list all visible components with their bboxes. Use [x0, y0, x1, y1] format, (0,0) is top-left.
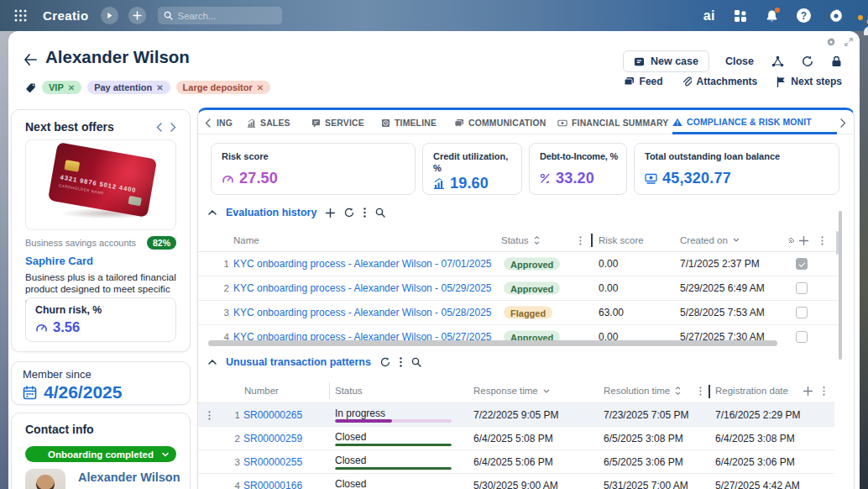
add-record-icon[interactable]	[326, 208, 335, 218]
kebab-menu-icon[interactable]	[400, 357, 402, 367]
add-column-icon[interactable]	[799, 236, 808, 245]
record-link[interactable]: KYC onboarding process - Alexander Wilso…	[233, 282, 492, 294]
copilot-ai-icon[interactable]: ai	[703, 8, 715, 24]
search-icon[interactable]	[411, 357, 421, 367]
column-status[interactable]: Status	[501, 235, 540, 245]
frozen-column-divider	[709, 385, 710, 398]
tag-vip[interactable]: VIP✕	[42, 81, 81, 94]
back-button[interactable]	[24, 54, 37, 66]
process-icon[interactable]	[771, 55, 784, 67]
remove-tag-icon[interactable]: ✕	[156, 83, 163, 92]
horizontal-scrollbar[interactable]	[208, 340, 777, 346]
refresh-icon[interactable]	[380, 357, 390, 367]
row-menu-icon[interactable]	[208, 411, 211, 420]
tab-communication[interactable]: COMMUNICATION	[454, 112, 546, 134]
column-risk-score[interactable]: Risk score	[599, 235, 644, 245]
tag-icon[interactable]	[25, 82, 36, 93]
column-number[interactable]: Number	[244, 386, 279, 396]
column-response-time[interactable]: Response time	[473, 386, 550, 396]
tab-service[interactable]: SERVICE	[311, 112, 364, 134]
column-status[interactable]: Status	[335, 386, 363, 396]
new-case-button[interactable]: New case	[623, 50, 709, 72]
row-checkbox[interactable]	[796, 282, 808, 294]
kebab-menu-icon[interactable]	[363, 208, 366, 218]
tabs-scroll-left-icon[interactable]	[205, 118, 211, 128]
workplaces-grid-icon[interactable]	[734, 9, 747, 23]
record-link[interactable]: KYC onboarding process - Alexander Wilso…	[233, 258, 492, 270]
record-link[interactable]: SR00000255	[243, 456, 302, 468]
tab-timeline[interactable]: TIMELINE	[381, 112, 437, 134]
user-status-dot	[858, 15, 863, 20]
add-button[interactable]	[128, 7, 146, 24]
table-row[interactable]: 2 SR00000259 Closed 6/4/2025 5:08 PM 6/5…	[198, 427, 834, 450]
onboarding-status-button[interactable]: Onboarding completed	[25, 446, 176, 462]
sort-icon	[534, 236, 540, 244]
creatio-logo: Creatio	[43, 8, 88, 23]
table-row[interactable]: 3 SR00000255 Closed 6/4/2025 5:06 PM 6/5…	[198, 450, 834, 474]
run-process-button[interactable]	[101, 7, 118, 24]
record-link[interactable]: SR00000259	[243, 433, 302, 444]
evaluation-history-title[interactable]: Evaluation history	[226, 207, 316, 218]
offer-match-badge: 82%	[147, 236, 176, 250]
column-name[interactable]: Name	[233, 235, 259, 245]
remove-tag-icon[interactable]: ✕	[257, 83, 264, 92]
page-settings-gear-icon[interactable]	[827, 38, 835, 46]
contact-info-title: Contact info	[25, 423, 176, 436]
record-link[interactable]: SR00000265	[243, 409, 302, 421]
panel-scrollbar[interactable]	[839, 211, 842, 360]
tab-compliance-risk-monitoring[interactable]: COMPLIANCE & RISK MONIT	[672, 112, 837, 134]
unusual-transactions-title[interactable]: Unusual transaction patterns	[226, 356, 371, 368]
collapse-chevron-icon[interactable]	[208, 210, 217, 215]
record-link[interactable]: SR00000166	[243, 480, 302, 489]
tabs-scroll-right-icon[interactable]	[840, 118, 846, 128]
expand-icon[interactable]	[844, 38, 853, 46]
row-checkbox[interactable]	[796, 307, 808, 318]
app-launcher-icon[interactable]	[14, 9, 27, 22]
tag-pay-attention[interactable]: Pay attention✕	[87, 81, 170, 94]
chevron-down-icon	[162, 452, 169, 457]
remove-tag-icon[interactable]: ✕	[68, 83, 75, 92]
table-row[interactable]: 1 SR00000265 In progress 7/22/2025 9:05 …	[198, 403, 834, 427]
global-search[interactable]	[158, 7, 282, 24]
lock-icon[interactable]	[831, 55, 842, 67]
column-resolution-time[interactable]: Resolution time	[604, 386, 681, 396]
tab-ing[interactable]: ING	[217, 112, 233, 134]
feed-button[interactable]: Feed	[624, 76, 663, 87]
search-input[interactable]	[177, 11, 261, 21]
tag-large-depositor[interactable]: Large depositor✕	[176, 81, 271, 94]
header-menu-icon[interactable]	[823, 386, 825, 396]
column-menu-icon[interactable]	[579, 236, 582, 245]
next-offer-icon[interactable]	[170, 123, 176, 132]
refresh-icon[interactable]	[344, 208, 354, 218]
attachments-button[interactable]: Attachments	[682, 76, 758, 87]
column-created-on[interactable]: Created on	[680, 235, 740, 245]
add-column-icon[interactable]	[803, 386, 813, 396]
collapse-chevron-icon[interactable]	[208, 360, 217, 365]
close-button[interactable]: Close	[725, 55, 754, 67]
sort-desc-icon	[733, 238, 740, 242]
row-checkbox[interactable]	[796, 258, 808, 270]
tab-sales[interactable]: SALES	[247, 112, 290, 134]
help-icon[interactable]: ?	[797, 8, 811, 23]
status-badge: Approved	[504, 282, 560, 295]
table-row[interactable]: 2 KYC onboarding process - Alexander Wil…	[198, 276, 842, 301]
settings-gear-icon[interactable]	[829, 9, 843, 23]
header-menu-icon[interactable]	[821, 236, 824, 245]
record-link[interactable]: KYC onboarding process - Alexander Wilso…	[233, 307, 492, 318]
column-menu-icon[interactable]	[699, 386, 702, 396]
next-steps-button[interactable]: Next steps	[776, 76, 842, 87]
member-since-label: Member since	[23, 368, 179, 381]
table-row[interactable]: 4 SR00000166 Closed 5/30/2025 9:00 AM 5/…	[198, 474, 834, 489]
offer-product-link[interactable]: Saphire Card	[25, 255, 176, 267]
refresh-icon[interactable]	[802, 55, 813, 67]
table-row[interactable]: 1 KYC onboarding process - Alexander Wil…	[198, 252, 842, 276]
search-icon[interactable]	[375, 208, 385, 218]
notifications-bell-icon[interactable]	[766, 9, 778, 23]
tab-financial-summary[interactable]: FINANCIAL SUMMARY	[557, 112, 668, 134]
row-checkbox[interactable]	[796, 331, 808, 343]
unusual-transactions-section-header: Unusual transaction patterns	[208, 356, 421, 368]
table-row[interactable]: 3 KYC onboarding process - Alexander Wil…	[198, 301, 842, 325]
column-registration-date[interactable]: Registration date	[715, 386, 788, 396]
pin-column-icon[interactable]	[788, 237, 795, 244]
prev-offer-icon[interactable]	[156, 123, 162, 132]
